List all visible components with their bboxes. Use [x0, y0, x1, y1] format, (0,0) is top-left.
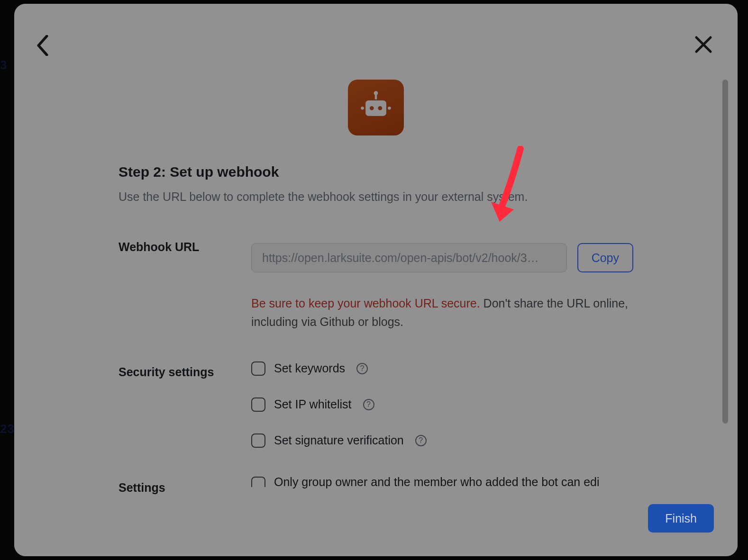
checkbox-label: Set IP whitelist: [274, 397, 352, 411]
settings-label: Settings: [119, 475, 251, 495]
checkbox-ip-whitelist[interactable]: [251, 397, 265, 412]
help-icon[interactable]: ?: [415, 435, 427, 446]
security-item-ip-whitelist: Set IP whitelist ?: [251, 397, 633, 412]
modal-scrollbar[interactable]: [722, 80, 728, 424]
robot-icon: [359, 90, 392, 125]
svg-point-2: [378, 106, 382, 110]
security-item-signature: Set signature verification ?: [251, 434, 633, 448]
bot-avatar: [348, 80, 404, 135]
checkbox-signature[interactable]: [251, 434, 265, 448]
close-icon: [694, 35, 713, 56]
svg-point-6: [388, 107, 391, 110]
step-title: Step 2: Set up webhook: [119, 164, 633, 180]
chevron-left-icon: [36, 35, 50, 58]
close-button[interactable]: [689, 31, 718, 60]
security-item-keywords: Set keywords ?: [251, 361, 633, 376]
finish-button[interactable]: Finish: [648, 504, 714, 533]
settings-item-edit-permission: Only group owner and the member who adde…: [251, 475, 633, 489]
webhook-url-label: Webhook URL: [119, 235, 251, 254]
checkbox-label: Set signature verification: [274, 434, 404, 447]
scrollbar-thumb[interactable]: [722, 80, 728, 424]
checkbox-label: Only group owner and the member who adde…: [274, 475, 600, 489]
back-button[interactable]: [28, 32, 57, 61]
webhook-url-input[interactable]: https://open.larksuite.com/open-apis/bot…: [251, 243, 567, 272]
webhook-url-highlight: https://open.larksuite.com/open-apis/bot…: [242, 235, 643, 281]
webhook-warning: Be sure to keep your webhook URL secure.…: [251, 294, 633, 331]
webhook-setup-modal: Step 2: Set up webhook Use the URL below…: [14, 4, 738, 556]
svg-rect-0: [365, 100, 386, 116]
help-icon[interactable]: ?: [356, 363, 368, 374]
copy-button[interactable]: Copy: [577, 243, 633, 272]
step-description: Use the URL below to complete the webhoo…: [119, 189, 633, 205]
svg-point-4: [374, 91, 378, 95]
checkbox-edit-permission[interactable]: [251, 477, 265, 487]
checkbox-label: Set keywords: [274, 361, 345, 375]
svg-point-5: [361, 107, 364, 110]
background-text: 3: [0, 58, 7, 72]
background-text: 23: [0, 422, 15, 436]
svg-point-1: [370, 106, 374, 110]
help-icon[interactable]: ?: [363, 399, 374, 410]
security-settings-label: Security settings: [119, 360, 251, 379]
checkbox-keywords[interactable]: [251, 361, 265, 376]
webhook-warning-danger: Be sure to keep your webhook URL secure.: [251, 297, 480, 310]
